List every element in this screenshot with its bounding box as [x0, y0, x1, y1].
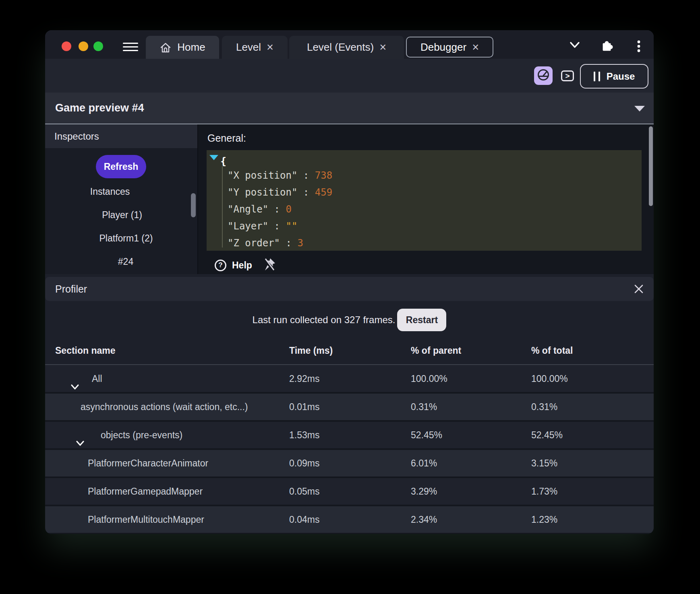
- percent-of-parent-value: 52.45%: [411, 422, 442, 448]
- tab-home[interactable]: Home: [146, 36, 219, 59]
- general-panel: General: { "X position" : 738"Y position…: [197, 124, 654, 274]
- window-close-button[interactable]: [62, 41, 71, 51]
- time-value: 0.09ms: [289, 450, 319, 476]
- property-value: "": [286, 221, 298, 232]
- pause-button[interactable]: Pause: [580, 64, 648, 89]
- percent-of-total-value: 1.23%: [531, 506, 557, 533]
- properties-json-view: { "X position" : 738"Y position" : 459"A…: [207, 150, 642, 251]
- percent-of-parent-value: 3.29%: [411, 478, 437, 505]
- property-angle: "Angle" : 0: [228, 201, 292, 218]
- collapse-triangle-icon[interactable]: [209, 155, 218, 160]
- inspector-item-#24[interactable]: #24: [50, 256, 202, 267]
- help-row: ? Help: [215, 257, 276, 273]
- help-icon[interactable]: ?: [215, 260, 226, 271]
- game-preview-title: Game preview #4: [55, 93, 144, 124]
- profiler-row-asynchronous-actions-wait-action-etc[interactable]: asynchronous actions (wait action, etc..…: [45, 394, 654, 420]
- property-key: "X position" :: [228, 170, 315, 181]
- profiler-header: Profiler: [45, 277, 654, 301]
- debugger-window: HomeLevel×Level (Events)×Debugger×: [45, 30, 654, 534]
- restart-button-label: Restart: [406, 315, 438, 326]
- property-key: "Y position" :: [228, 187, 315, 198]
- property-y-position: "Y position" : 459: [228, 184, 332, 201]
- profiler-status-row: Last run collected on 327 frames. Restar…: [45, 309, 654, 331]
- extensions-puzzle-icon[interactable]: [600, 39, 614, 54]
- more-options-icon[interactable]: [637, 40, 641, 55]
- window-minimize-button[interactable]: [79, 41, 88, 51]
- percent-of-parent-value: 2.34%: [411, 506, 437, 533]
- percent-of-parent-value: 6.01%: [411, 450, 437, 476]
- general-title: General:: [207, 132, 246, 144]
- console-prompt-icon: >: [565, 72, 570, 80]
- percent-of-parent-value: 100.00%: [411, 365, 447, 392]
- pin-off-icon[interactable]: [263, 257, 276, 273]
- percent-of-total-value: 3.15%: [531, 450, 557, 476]
- profiler-row-objects-pre-events[interactable]: objects (pre-events)1.53ms52.45%52.45%: [45, 422, 654, 448]
- inspector-panels: Inspectors Refresh InstancesPlayer (1)Pl…: [45, 124, 654, 274]
- inspector-item-instances[interactable]: Instances: [45, 186, 186, 197]
- percent-of-total-value: 100.00%: [531, 365, 568, 392]
- percent-of-total-value: 0.31%: [531, 394, 557, 420]
- percent-of-total-value: 52.45%: [531, 422, 563, 448]
- property-key: "Layer" :: [228, 221, 286, 232]
- tab-label: Home: [177, 41, 205, 54]
- column-header--of-total: % of total: [531, 345, 573, 356]
- debugger-toolbar: > Pause: [45, 59, 654, 93]
- inspector-item-platform1-2[interactable]: Platform1 (2): [50, 233, 202, 244]
- property-value: 3: [297, 237, 303, 249]
- section-name: PlatformerMultitouchMapper: [88, 506, 204, 533]
- section-name: PlatformerCharacterAnimator: [88, 450, 208, 476]
- time-value: 1.53ms: [289, 422, 319, 448]
- time-value: 0.04ms: [289, 506, 319, 533]
- tab-close-icon[interactable]: ×: [267, 41, 273, 53]
- menu-icon[interactable]: [123, 43, 138, 52]
- inspectors-panel: Inspectors Refresh InstancesPlayer (1)Pl…: [45, 124, 197, 274]
- property-key: "Z order" :: [228, 237, 297, 249]
- inspectors-title: Inspectors: [54, 124, 99, 148]
- pause-button-label: Pause: [607, 71, 635, 82]
- game-preview-header[interactable]: Game preview #4: [45, 93, 654, 124]
- tab-debugger[interactable]: Debugger×: [406, 37, 493, 58]
- section-name: objects (pre-events): [101, 422, 182, 448]
- section-name: asynchronous actions (wait action, etc..…: [81, 394, 248, 420]
- table-header-divider: [45, 364, 654, 365]
- profiler-row-platformermultitouchmapper[interactable]: PlatformerMultitouchMapper0.04ms2.34%1.2…: [45, 506, 654, 533]
- chevron-down-icon[interactable]: [569, 41, 580, 51]
- property-x-position: "X position" : 738: [228, 167, 332, 184]
- property-z-order: "Z order" : 3: [228, 235, 303, 252]
- tab-level-events[interactable]: Level (Events)×: [289, 36, 404, 59]
- time-value: 2.92ms: [289, 365, 319, 392]
- percent-of-parent-value: 0.31%: [411, 394, 437, 420]
- tab-close-icon[interactable]: ×: [379, 41, 386, 53]
- tab-bar: HomeLevel×Level (Events)×Debugger×: [45, 30, 654, 59]
- refresh-button[interactable]: Refresh: [96, 155, 146, 178]
- section-name: All: [92, 365, 102, 392]
- restart-button[interactable]: Restart: [397, 309, 446, 331]
- tab-label: Level: [236, 41, 261, 54]
- inspectors-scrollbar[interactable]: [191, 193, 196, 217]
- tab-close-icon[interactable]: ×: [472, 41, 479, 53]
- close-icon[interactable]: [634, 284, 644, 296]
- profiler-table: All2.92ms100.00%100.00%asynchronous acti…: [45, 365, 654, 534]
- tab-level[interactable]: Level×: [222, 36, 288, 59]
- general-scrollbar[interactable]: [649, 126, 653, 206]
- console-button[interactable]: >: [561, 70, 574, 81]
- percent-of-total-value: 1.73%: [531, 478, 557, 505]
- help-link[interactable]: Help: [232, 260, 252, 271]
- collapse-caret-icon[interactable]: [634, 106, 645, 111]
- window-zoom-button[interactable]: [93, 41, 103, 51]
- column-header-time-ms-: Time (ms): [289, 345, 333, 356]
- profiler-row-all[interactable]: All2.92ms100.00%100.00%: [45, 365, 654, 392]
- profiler-row-platformergamepadmapper[interactable]: PlatformerGamepadMapper0.05ms3.29%1.73%: [45, 478, 654, 505]
- section-name: PlatformerGamepadMapper: [88, 478, 203, 505]
- tab-label: Level (Events): [307, 41, 374, 54]
- pause-icon: [594, 72, 600, 81]
- profiler-toggle-button[interactable]: [534, 66, 553, 85]
- home-icon: [159, 41, 172, 54]
- inspectors-header: Inspectors: [45, 124, 197, 148]
- property-value: 459: [315, 187, 332, 198]
- inspector-item-player-1[interactable]: Player (1): [46, 210, 198, 221]
- property-key: "Angle" :: [228, 204, 286, 215]
- tab-label: Debugger: [420, 41, 466, 54]
- profiler-title: Profiler: [55, 277, 87, 301]
- profiler-row-platformercharacteranimator[interactable]: PlatformerCharacterAnimator0.09ms6.01%3.…: [45, 450, 654, 476]
